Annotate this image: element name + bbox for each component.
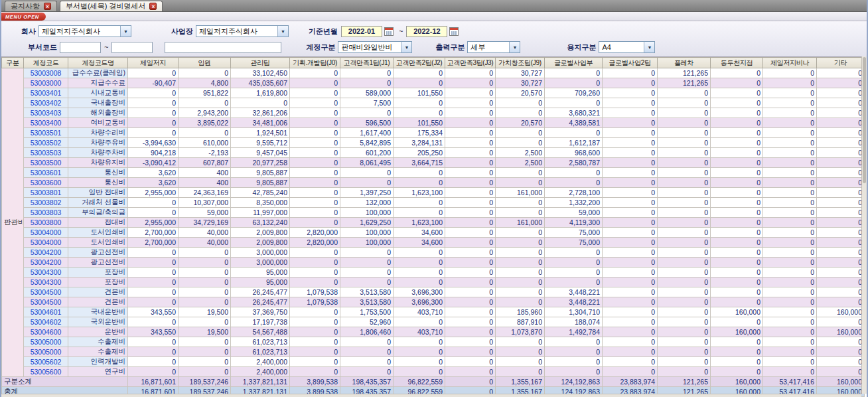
amount-cell[interactable]: 0 [603,198,658,208]
account-name-cell[interactable]: 견본비 [68,287,128,297]
amount-cell[interactable]: 0 [445,238,496,248]
amount-cell[interactable]: 0 [763,268,817,278]
amount-cell[interactable]: 0 [290,178,340,188]
amount-cell[interactable]: 59,000 [545,208,603,218]
amount-cell[interactable]: 40,000 [179,228,231,238]
column-header[interactable]: 임원 [179,58,231,68]
amount-cell[interactable]: 9,805,887 [231,168,290,178]
amount-cell[interactable]: 0 [711,98,763,108]
account-code-cell[interactable]: 53004500 [24,297,68,307]
amount-cell[interactable]: 0 [496,168,545,178]
table-row[interactable]: 53003500차량유지비-3,090,412607,80720,977,258… [2,158,865,168]
amount-cell[interactable]: 0 [496,108,545,118]
column-header[interactable]: 가치창조팀(J9) [496,58,545,68]
amount-cell[interactable]: 0 [128,317,179,327]
amount-cell[interactable]: 0 [340,367,394,377]
amount-cell[interactable]: 9,595,712 [231,138,290,148]
amount-cell[interactable]: 0 [763,108,817,118]
amount-cell[interactable]: 0 [340,248,394,258]
amount-cell[interactable]: 34,600 [394,238,445,248]
amount-cell[interactable]: 75,000 [545,238,603,248]
amount-cell[interactable]: 2,955,000 [128,188,179,198]
amount-cell[interactable]: 59,000 [179,208,231,218]
amount-cell[interactable]: 0 [817,278,865,287]
amount-cell[interactable]: 0 [179,337,231,347]
amount-cell[interactable]: 1,337,821,131 [231,377,290,387]
amount-cell[interactable]: 0 [179,248,231,258]
amount-cell[interactable]: 3,664,715 [394,158,445,168]
amount-cell[interactable]: 0 [496,248,545,258]
amount-cell[interactable]: 0 [817,337,865,347]
amount-cell[interactable]: 0 [763,357,817,367]
column-header[interactable]: 고객만족2팀(J2) [394,58,445,68]
amount-cell[interactable]: 0 [658,337,711,347]
amount-cell[interactable]: 0 [394,357,445,367]
amount-cell[interactable]: 132,000 [340,198,394,208]
amount-cell[interactable]: 0 [711,148,763,158]
amount-cell[interactable]: 17,197,738 [231,317,290,327]
account-code-cell[interactable]: 53003800 [24,218,68,228]
amount-cell[interactable]: 0 [445,248,496,258]
chevron-down-icon[interactable]: ▼ [401,42,411,52]
amount-cell[interactable]: 0 [603,88,658,98]
column-header[interactable]: 동두천지점 [711,58,763,68]
amount-cell[interactable]: 0 [290,357,340,367]
amount-cell[interactable]: 0 [128,357,179,367]
amount-cell[interactable]: 0 [496,138,545,148]
account-code-cell[interactable]: 53003803 [24,208,68,218]
amount-cell[interactable]: 0 [711,198,763,208]
amount-cell[interactable]: 161,000 [496,218,545,228]
amount-cell[interactable]: 589,000 [340,88,394,98]
amount-cell[interactable]: 0 [445,198,496,208]
account-code-cell[interactable]: 53005000 [24,347,68,357]
amount-cell[interactable]: 0 [711,228,763,238]
tab-notice[interactable]: 공지사항 x [5,1,57,11]
amount-cell[interactable]: 19,500 [179,327,231,337]
amount-cell[interactable]: 2,700,000 [128,228,179,238]
amount-cell[interactable]: 30,727 [496,68,545,78]
amount-cell[interactable]: 2,400,000 [231,367,290,377]
amount-cell[interactable]: 0 [711,268,763,278]
amount-cell[interactable]: 160,000 [817,327,865,337]
amount-cell[interactable]: 0 [128,367,179,377]
amount-cell[interactable]: 0 [763,68,817,78]
amount-cell[interactable]: 5,842,895 [340,138,394,148]
amount-cell[interactable]: 0 [445,268,496,278]
amount-cell[interactable]: 0 [290,258,340,268]
amount-cell[interactable]: 0 [763,208,817,218]
amount-cell[interactable]: 343,550 [128,327,179,337]
dept-name-field[interactable] [165,42,281,53]
amount-cell[interactable]: 0 [394,317,445,327]
amount-cell[interactable]: 0 [603,258,658,268]
account-code-cell[interactable]: 53003502 [24,138,68,148]
amount-cell[interactable]: 0 [445,88,496,98]
table-row[interactable]: 53003800접대비2,955,00034,729,16963,132,240… [2,218,865,228]
amount-cell[interactable]: 0 [658,258,711,268]
amount-cell[interactable]: 188,074 [545,317,603,327]
amount-cell[interactable]: 34,729,169 [179,218,231,228]
amount-cell[interactable]: 0 [658,168,711,178]
amount-cell[interactable]: 0 [128,258,179,268]
amount-cell[interactable]: 0 [763,128,817,138]
amount-cell[interactable]: 0 [179,98,231,108]
account-name-cell[interactable]: 일반 접대비 [68,188,128,198]
amount-cell[interactable]: 1,079,538 [290,297,340,307]
amount-cell[interactable]: 0 [179,128,231,138]
amount-cell[interactable]: 100,000 [340,238,394,248]
account-code-cell[interactable]: 53003503 [24,148,68,158]
amount-cell[interactable]: 0 [179,317,231,327]
amount-cell[interactable]: 0 [496,367,545,377]
amount-cell[interactable]: 3,620 [128,178,179,188]
amount-cell[interactable]: 0 [340,337,394,347]
amount-cell[interactable]: 160,000 [817,377,865,387]
amount-cell[interactable]: 0 [290,158,340,168]
column-header[interactable]: 글로벌사업2팀 [603,58,658,68]
amount-cell[interactable]: 0 [711,208,763,218]
amount-cell[interactable]: 0 [763,248,817,258]
output-type-select[interactable]: 세부 ▼ [467,41,520,53]
amount-cell[interactable]: 0 [603,218,658,228]
amount-cell[interactable]: 3,284,131 [394,138,445,148]
amount-cell[interactable]: 0 [445,278,496,287]
account-code-cell[interactable]: 53004602 [24,317,68,327]
amount-cell[interactable]: 343,550 [128,307,179,317]
